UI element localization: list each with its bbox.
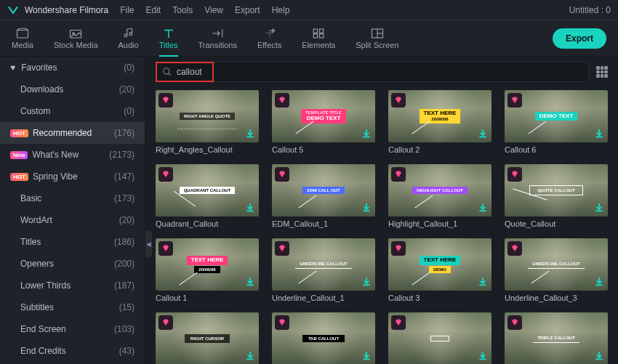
stock-media-icon — [69, 28, 82, 39]
card-callout-6[interactable]: DEMO TEXTCallout 6 — [505, 90, 608, 154]
card-quadrant-callout[interactable]: QUADRANT CALLOUTQuadrant_Callout — [156, 164, 259, 228]
card-underline-callout-1[interactable]: UNDERLINE CALLOUTUnderline_Callout_1 — [272, 238, 375, 302]
sidebar-item-recommended[interactable]: HOTRecommended(176) — [0, 122, 145, 144]
thumbnail: UNDERLINE CALLOUT — [505, 238, 608, 291]
thumbnail: TEXT HERE20/06/06 — [388, 90, 491, 142]
premium-icon — [391, 241, 406, 256]
titles-icon — [162, 28, 175, 39]
menu-view[interactable]: View — [204, 5, 223, 15]
premium-icon — [275, 167, 289, 182]
premium-icon — [507, 93, 522, 108]
sidebar-item-lower-thirds[interactable]: Lower Thirds(187) — [0, 275, 145, 296]
download-icon[interactable] — [593, 202, 605, 214]
card-callout-5[interactable]: TEMPLATE TITLEDEMO TEXTCallout 5 — [272, 90, 375, 154]
download-icon[interactable] — [361, 350, 372, 362]
card-r4[interactable]: TRIPLE CALLOUT — [505, 312, 608, 364]
sidebar-item-favorites[interactable]: ♥Favorites(0) — [0, 57, 145, 78]
download-icon[interactable] — [244, 276, 256, 288]
sidebar-item-end-credits[interactable]: End Credits(43) — [0, 340, 145, 362]
svg-rect-18 — [246, 210, 253, 211]
sidebar-item-spring-vibe[interactable]: HOTSpring Vibe(147) — [0, 166, 145, 187]
card-callout-3[interactable]: TEXT HEREDEMOCallout 3 — [388, 238, 491, 302]
thumbnail: QUADRANT CALLOUT — [156, 164, 259, 217]
search-box[interactable] — [156, 62, 589, 82]
sidebar-item-titles[interactable]: Titles(186) — [0, 231, 145, 253]
svg-rect-25 — [595, 284, 602, 286]
sidebar-item-what-s-new[interactable]: NewWhat's New(2173) — [0, 144, 145, 166]
card-label: Quote_Callout — [505, 219, 608, 228]
download-icon[interactable] — [477, 350, 489, 362]
tab-media[interactable]: Media — [12, 25, 33, 52]
tab-effects[interactable]: Effects — [257, 25, 281, 52]
media-icon — [16, 28, 29, 39]
menu-file[interactable]: File — [120, 5, 134, 15]
sidebar-item-end-screen[interactable]: End Screen(103) — [0, 318, 145, 340]
svg-rect-8 — [320, 33, 324, 37]
tab-transitions[interactable]: Transitions — [198, 25, 237, 52]
download-icon[interactable] — [593, 276, 605, 288]
search-input[interactable] — [177, 67, 582, 77]
card-edm-callout-1[interactable]: EDM CALL OUTEDM_Callout_1 — [272, 164, 375, 228]
grid-view-icon[interactable] — [596, 66, 608, 78]
menu-export[interactable]: Export — [235, 5, 260, 15]
elements-icon — [312, 28, 325, 39]
premium-icon — [507, 241, 522, 256]
download-icon[interactable] — [361, 128, 372, 139]
svg-rect-20 — [479, 210, 486, 211]
premium-icon — [391, 93, 406, 108]
premium-icon — [158, 315, 173, 330]
sidebar-item-downloads[interactable]: Downloads(20) — [0, 78, 145, 100]
card-label: EDM_Callout_1 — [272, 219, 375, 228]
card-r3[interactable] — [388, 312, 491, 364]
thumbnail: TEXT HEREDEMO — [388, 238, 491, 291]
thumbnail: RIGHT ANGLE QUOTE — [156, 90, 259, 142]
svg-rect-22 — [246, 284, 253, 286]
card-r2[interactable]: TAB CALLOUT — [272, 312, 375, 364]
sidebar-item-basic[interactable]: Basic(173) — [0, 187, 145, 209]
download-icon[interactable] — [477, 202, 489, 214]
download-icon[interactable] — [361, 202, 372, 214]
tab-titles[interactable]: Titles — [159, 25, 178, 52]
export-button[interactable]: Export — [553, 28, 606, 49]
svg-rect-14 — [246, 136, 253, 137]
premium-icon — [275, 241, 289, 256]
menu-help[interactable]: Help — [272, 5, 290, 15]
tab-audio[interactable]: Audio — [119, 25, 139, 52]
sidebar-item-openers[interactable]: Openers(200) — [0, 253, 145, 275]
heart-icon: ♥ — [10, 62, 15, 73]
sidebar-item-subtitles[interactable]: Subtitles(15) — [0, 296, 145, 318]
download-icon[interactable] — [244, 128, 256, 139]
sidebar-item-custom[interactable]: Custom(0) — [0, 100, 145, 122]
card-underline-callout-3[interactable]: UNDERLINE CALLOUTUnderline_Callout_3 — [505, 238, 608, 302]
sidebar-item-wordart[interactable]: WordArt(20) — [0, 209, 145, 231]
card-callout-2[interactable]: TEXT HERE20/06/06Callout 2 — [388, 90, 491, 154]
premium-icon — [507, 167, 522, 182]
card-r1[interactable]: RIGHT CURSOR — [156, 312, 259, 364]
menu-tools[interactable]: Tools — [172, 5, 193, 15]
tab-split-screen[interactable]: Split Screen — [356, 25, 398, 52]
card-callout-1[interactable]: TEXT HERE20/06/06Callout 1 — [156, 238, 259, 302]
thumbnail — [388, 312, 491, 364]
svg-point-4 — [129, 32, 132, 35]
download-icon[interactable] — [477, 128, 489, 139]
premium-icon — [158, 93, 173, 108]
premium-icon — [507, 315, 522, 330]
download-icon[interactable] — [593, 350, 605, 362]
menu-edit[interactable]: Edit — [146, 5, 161, 15]
svg-point-12 — [164, 68, 169, 74]
download-icon[interactable] — [244, 350, 256, 362]
app-name: Wondershare Filmora — [25, 5, 108, 15]
svg-rect-26 — [246, 358, 253, 360]
card-highlight-callout-1[interactable]: HIGHLIGHT CALLOUTHighlight_Callout_1 — [388, 164, 491, 228]
tab-stock-media[interactable]: Stock Media — [54, 25, 98, 52]
thumbnail: UNDERLINE CALLOUT — [272, 238, 375, 291]
download-icon[interactable] — [593, 128, 605, 139]
audio-icon — [122, 28, 135, 39]
card-right-angles-callout[interactable]: RIGHT ANGLE QUOTERight_Angles_Callout — [156, 90, 259, 154]
thumbnail: RIGHT CURSOR — [156, 312, 259, 364]
tab-elements[interactable]: Elements — [302, 25, 335, 52]
download-icon[interactable] — [477, 276, 489, 288]
card-quote-callout[interactable]: QUOTE CALLOUTQuote_Callout — [505, 164, 608, 228]
download-icon[interactable] — [244, 202, 256, 214]
download-icon[interactable] — [361, 276, 372, 288]
